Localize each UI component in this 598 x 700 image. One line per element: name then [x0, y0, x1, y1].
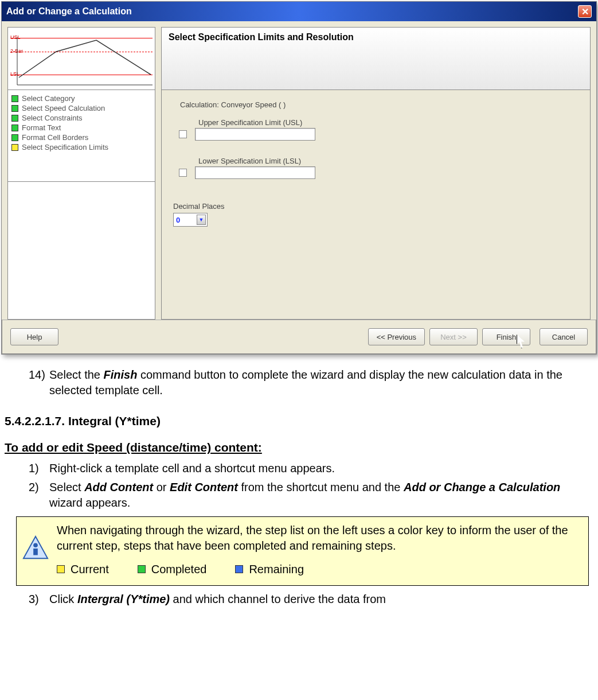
- text: Select: [49, 481, 84, 493]
- chart-trend-line: [16, 34, 154, 86]
- lsl-label: Lower Specification Limit (LSL): [198, 157, 579, 165]
- step-item-speed[interactable]: Select Speed Calculation: [10, 103, 153, 113]
- text-bold: Intergral (Y*time): [77, 593, 170, 605]
- finish-button[interactable]: Finish: [482, 328, 530, 345]
- step-14: 14) Select the Finish command button to …: [29, 367, 593, 398]
- text-bold: Add Content: [84, 481, 153, 493]
- lsl-input[interactable]: [195, 166, 315, 179]
- close-button[interactable]: ✕: [578, 5, 592, 18]
- svg-point-3: [33, 543, 38, 547]
- step-item-constraints[interactable]: Select Constraints: [10, 113, 153, 123]
- section-header: Select Specification Limits and Resoluti…: [161, 27, 591, 90]
- step-item-category[interactable]: Select Category: [10, 94, 153, 103]
- next-button: Next >>: [429, 328, 478, 345]
- text-bold: Add or Change a Calculation: [404, 481, 560, 493]
- usl-input[interactable]: [195, 128, 315, 141]
- step-list: Select Category Select Speed Calculation…: [7, 90, 155, 182]
- list-number: 3): [29, 592, 49, 607]
- text: and which channel to derive the data fro…: [170, 593, 386, 605]
- calculation-label: Calculation: Conveyor Speed ( ): [180, 100, 579, 109]
- document-body: 14) Select the Finish command button to …: [0, 361, 598, 622]
- text-bold: Edit Content: [170, 481, 238, 493]
- text: wizard appears.: [49, 496, 130, 509]
- square-icon: [11, 125, 18, 131]
- list-number: 2): [29, 480, 49, 511]
- square-icon: [11, 105, 18, 112]
- list-text: Right-click a template cell and a shortc…: [49, 461, 593, 476]
- text: Select the: [49, 368, 104, 381]
- note-content: When navigating through the wizard, the …: [57, 523, 580, 577]
- usl-label: Upper Specification Limit (USL): [198, 118, 579, 127]
- usl-row: Upper Specification Limit (USL): [173, 118, 579, 141]
- legend-label: Completed: [151, 562, 207, 577]
- square-icon: [235, 565, 243, 573]
- decimal-select[interactable]: 0 ▼: [173, 213, 208, 227]
- step-label: Select Speed Calculation: [22, 104, 105, 112]
- list-number: 14): [29, 367, 49, 398]
- square-icon: [11, 95, 18, 102]
- legend-label: Current: [71, 562, 109, 577]
- square-icon: [138, 565, 146, 573]
- step-3: 3) Click Intergral (Y*time) and which ch…: [29, 592, 593, 607]
- square-icon: [57, 565, 65, 573]
- step-label: Select Category: [22, 94, 75, 103]
- legend-remaining: Remaining: [235, 562, 304, 577]
- window-body: USL 2-Bar LSL Select Category Select Spe…: [2, 21, 596, 320]
- help-button[interactable]: Help: [10, 328, 58, 345]
- step-label: Format Text: [22, 123, 61, 132]
- text-bold: Finish: [104, 368, 138, 381]
- lsl-row: Lower Specification Limit (LSL): [173, 157, 579, 179]
- previous-button[interactable]: << Previous: [368, 328, 425, 345]
- decimal-value: 0: [176, 216, 180, 224]
- window-title: Add or Change a Calculation: [6, 6, 132, 17]
- left-filler: [7, 182, 155, 320]
- step-label: Select Specification Limits: [22, 143, 108, 151]
- text: from the shortcut menu and the: [238, 481, 404, 493]
- info-icon: [22, 535, 49, 562]
- legend-current: Current: [57, 562, 109, 577]
- form-area: Calculation: Conveyor Speed ( ) Upper Sp…: [161, 90, 591, 320]
- step-item-format-text[interactable]: Format Text: [10, 123, 153, 133]
- step-item-spec-limits[interactable]: Select Specification Limits: [10, 142, 153, 152]
- list-number: 1): [29, 461, 49, 476]
- button-bar: Help << Previous Next >> Finish Cancel: [2, 320, 596, 354]
- step-item-format-borders[interactable]: Format Cell Borders: [10, 133, 153, 142]
- color-legend: Current Completed Remaining: [57, 562, 580, 577]
- square-icon: [11, 134, 18, 141]
- list-text: Select Add Content or Edit Content from …: [49, 480, 593, 511]
- section-heading: 5.4.2.2.1.7. Integral (Y*time): [5, 413, 593, 429]
- decimal-row: Decimal Places 0 ▼: [173, 202, 579, 227]
- sub-heading: To add or edit Speed (distance/time) con…: [5, 440, 593, 456]
- step-label: Format Cell Borders: [22, 133, 88, 142]
- svg-rect-4: [33, 549, 38, 555]
- decimal-label: Decimal Places: [173, 202, 579, 211]
- text: Click: [49, 593, 77, 605]
- left-pane: USL 2-Bar LSL Select Category Select Spe…: [7, 27, 155, 320]
- step-2: 2) Select Add Content or Edit Content fr…: [29, 480, 593, 511]
- wizard-window: Add or Change a Calculation ✕ USL 2-Bar …: [1, 1, 597, 355]
- close-icon: ✕: [581, 6, 589, 17]
- legend-label: Remaining: [249, 562, 304, 577]
- titlebar: Add or Change a Calculation ✕: [2, 2, 596, 21]
- right-pane: Select Specification Limits and Resoluti…: [161, 27, 591, 320]
- square-icon: [11, 115, 18, 122]
- legend-completed: Completed: [138, 562, 207, 577]
- note-paragraph: When navigating through the wizard, the …: [57, 523, 580, 554]
- list-text: Select the Finish command button to comp…: [49, 367, 593, 398]
- preview-chart: USL 2-Bar LSL: [7, 27, 155, 90]
- step-1: 1) Right-click a template cell and a sho…: [29, 461, 593, 476]
- chevron-down-icon: ▼: [197, 215, 206, 225]
- lsl-checkbox[interactable]: [179, 169, 187, 177]
- usl-checkbox[interactable]: [179, 130, 187, 138]
- info-note: When navigating through the wizard, the …: [16, 516, 589, 586]
- list-text: Click Intergral (Y*time) and which chann…: [49, 592, 593, 607]
- text: or: [153, 481, 170, 493]
- cancel-button[interactable]: Cancel: [540, 328, 588, 345]
- square-icon: [11, 144, 18, 151]
- step-label: Select Constraints: [22, 114, 83, 122]
